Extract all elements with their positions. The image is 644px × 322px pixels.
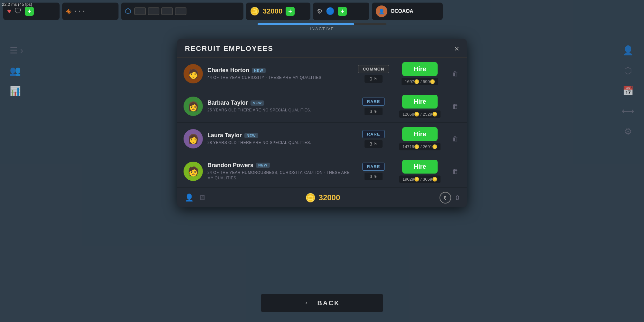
new-badge: NEW bbox=[244, 133, 258, 138]
stat-number: 3 🖱 bbox=[365, 108, 383, 115]
footer-coin-icon: 🪙 bbox=[305, 193, 316, 203]
employee-name: Laura Taylor bbox=[207, 132, 242, 139]
hire-section-charles: Hire 1697🪙 / 590🪙 bbox=[394, 62, 446, 85]
crypto-icon: ₿ bbox=[440, 192, 451, 204]
delete-button-laura[interactable]: 🗑 bbox=[450, 133, 460, 145]
delete-button-barbara[interactable]: 🗑 bbox=[450, 101, 460, 112]
employee-row: 👩 Barbara Taylor NEW 25 YEARS OLD THERE … bbox=[177, 90, 467, 123]
rarity-badge-rare: RARE bbox=[362, 98, 385, 106]
dots-icon: • • • bbox=[75, 9, 85, 14]
sidebar-right: 👤 ⬡ 📅 ⟷ ⚙ bbox=[621, 45, 634, 137]
profile-group[interactable]: 👤 ОСОАОА bbox=[372, 3, 443, 20]
modal-close-button[interactable]: × bbox=[454, 44, 459, 53]
footer-coin-amount: 32000 bbox=[319, 193, 340, 202]
chart-icon[interactable]: 📊 bbox=[10, 86, 23, 96]
orb-slot-4 bbox=[175, 7, 186, 15]
inactive-progress-bar bbox=[258, 23, 386, 25]
inactive-label: INACTIVE bbox=[258, 26, 386, 31]
footer-icons: 👤 🖥 bbox=[185, 194, 206, 202]
employee-name-row: Barbara Taylor NEW bbox=[207, 99, 353, 106]
employee-info-laura: Laura Taylor NEW 28 YEARS OLD THERE ARE … bbox=[207, 132, 353, 146]
calendar-icon[interactable]: 📅 bbox=[622, 86, 634, 96]
stat-number: 3 🖱 bbox=[365, 173, 383, 180]
stat-number: 0 🖱 bbox=[365, 75, 383, 83]
settings-icon: ⚙ bbox=[317, 7, 323, 15]
employee-info-charles: Charles Horton NEW 44 OF THE YEAR CURIOS… bbox=[207, 67, 353, 80]
back-label: BACK bbox=[317, 299, 340, 307]
avatar-brandon-powers: 🧑 bbox=[184, 162, 203, 181]
rarity-badge-rare: RARE bbox=[362, 130, 385, 138]
footer-zero: 0 bbox=[456, 194, 459, 202]
sidebar-left: ☰ › 👥 📊 bbox=[10, 45, 23, 96]
employee-name: Charles Horton bbox=[207, 67, 249, 74]
employee-stats-barbara: RARE 3 🖱 bbox=[357, 98, 390, 115]
employee-row: 🧑 Charles Horton NEW 44 OF THE YEAR CURI… bbox=[177, 58, 467, 90]
modal-body[interactable]: 🧑 Charles Horton NEW 44 OF THE YEAR CURI… bbox=[177, 58, 467, 188]
top-bar: ♥ 🛡 + ◈ • • • ⬡ 🪙 32000 + ⚙ 🔵 + 👤 ОСОАОА bbox=[0, 0, 644, 23]
employee-desc: 44 OF THE YEAR CURIOSITY - THESE ARE MY … bbox=[207, 75, 353, 80]
coin-amount: 32000 bbox=[263, 7, 282, 15]
employee-desc: 25 YEARS OLD THERE ARE NO SPECIAL QUALIT… bbox=[207, 108, 353, 113]
gear-icon[interactable]: ⚙ bbox=[624, 126, 632, 137]
avatar-charles-horton: 🧑 bbox=[184, 64, 203, 83]
employee-name: Barbara Taylor bbox=[207, 99, 248, 106]
extra-plus-button[interactable]: + bbox=[338, 7, 347, 16]
screen-icon[interactable]: 🖥 bbox=[199, 194, 206, 202]
hire-section-laura: Hire 14719🪙 / 2691🪙 bbox=[394, 127, 446, 150]
hire-button-barbara[interactable]: Hire bbox=[402, 95, 438, 109]
orb-slot-2 bbox=[148, 7, 159, 15]
avatar: 👤 bbox=[376, 5, 387, 17]
orb-slot-1 bbox=[134, 7, 146, 15]
extra-group: ⚙ 🔵 + bbox=[313, 3, 369, 20]
shield-icon: 🛡 bbox=[14, 7, 22, 15]
add-health-button[interactable]: + bbox=[25, 7, 34, 16]
rarity-badge-common: COMMON bbox=[358, 65, 389, 73]
employee-row: 👩 Laura Taylor NEW 28 YEARS OLD THERE AR… bbox=[177, 123, 467, 155]
delete-button-charles[interactable]: 🗑 bbox=[450, 68, 460, 80]
coins-group: 🪙 32000 + bbox=[246, 3, 310, 20]
users-icon[interactable]: 👥 bbox=[10, 65, 23, 76]
menu-icon[interactable]: ☰ › bbox=[10, 45, 23, 56]
back-arrow-icon: ← bbox=[304, 299, 312, 307]
hire-cost-barbara: 12668🪙 / 2529🪙 bbox=[399, 110, 440, 118]
rarity-badge-rare: RARE bbox=[362, 163, 385, 171]
hire-cost-brandon: 19029🪙 / 3669🪙 bbox=[399, 175, 440, 183]
debug-text: 22,2 ms (45 fps) bbox=[2, 2, 32, 7]
employee-stats-charles: COMMON 0 🖱 bbox=[357, 65, 390, 83]
delete-button-brandon[interactable]: 🗑 bbox=[450, 166, 460, 177]
recruit-employees-modal: RECRUIT EMPLOYEES × 🧑 Charles Horton NEW… bbox=[177, 39, 467, 207]
extra-icon: 🔵 bbox=[326, 7, 335, 15]
hire-button-brandon[interactable]: Hire bbox=[402, 160, 438, 174]
add-coins-button[interactable]: + bbox=[286, 7, 295, 16]
hire-cost-laura: 14719🪙 / 2691🪙 bbox=[399, 143, 440, 150]
orb-icon: ⬡ bbox=[125, 7, 131, 15]
employee-desc: 24 OF THE YEAR HUMOROUSNESS, CURIOSITY, … bbox=[207, 170, 353, 181]
modal-title: RECRUIT EMPLOYEES bbox=[185, 44, 273, 53]
inactive-progress-fill bbox=[258, 23, 354, 25]
person-icon[interactable]: 👤 bbox=[185, 194, 194, 202]
person-right-icon[interactable]: 👤 bbox=[622, 45, 634, 56]
orbs-group: ⬡ bbox=[121, 3, 243, 20]
new-badge: NEW bbox=[252, 68, 266, 73]
employee-name: Brandon Powers bbox=[207, 162, 253, 169]
hire-button-charles[interactable]: Hire bbox=[402, 62, 438, 76]
hire-cost-charles: 1697🪙 / 590🪙 bbox=[402, 78, 438, 85]
employee-name-row: Brandon Powers NEW bbox=[207, 162, 353, 169]
network-icon[interactable]: ⬡ bbox=[624, 65, 632, 76]
back-button[interactable]: ← BACK bbox=[261, 294, 383, 312]
layers-group: ◈ • • • bbox=[62, 3, 118, 20]
heart-icon: ♥ bbox=[7, 7, 11, 15]
coin-icon: 🪙 bbox=[250, 7, 260, 16]
modal-footer: 👤 🖥 🪙 32000 ₿ 0 bbox=[177, 188, 467, 207]
new-badge: NEW bbox=[251, 100, 264, 106]
employee-desc: 28 YEARS OLD THERE ARE NO SPECIAL QUALIT… bbox=[207, 140, 353, 146]
arrows-icon[interactable]: ⟷ bbox=[621, 106, 634, 117]
orb-slot-3 bbox=[161, 7, 173, 15]
new-badge: NEW bbox=[256, 163, 270, 168]
hire-button-laura[interactable]: Hire bbox=[402, 127, 438, 141]
layers-icon: ◈ bbox=[66, 7, 71, 15]
employee-name-row: Charles Horton NEW bbox=[207, 67, 353, 74]
footer-coins: 🪙 32000 bbox=[305, 193, 340, 203]
hire-section-brandon: Hire 19029🪙 / 3669🪙 bbox=[394, 160, 446, 183]
hire-section-barbara: Hire 12668🪙 / 2529🪙 bbox=[394, 95, 446, 118]
